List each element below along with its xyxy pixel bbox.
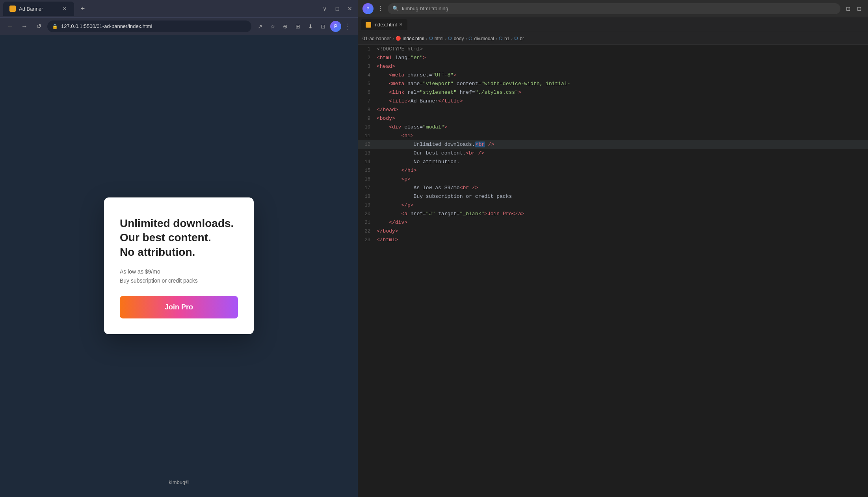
- download-icon[interactable]: ⬇: [305, 21, 316, 32]
- code-line-20[interactable]: 20 <a href="#" target="_blank">Join Pro<…: [358, 210, 868, 218]
- line-content-13: Our best content.<br />: [377, 149, 868, 157]
- line-number-4: 4: [358, 71, 377, 79]
- new-tab-button[interactable]: +: [77, 3, 88, 14]
- back-button[interactable]: ←: [5, 21, 16, 32]
- extensions-icon[interactable]: ⊕: [280, 21, 291, 32]
- line-number-12: 12: [358, 141, 377, 149]
- breadcrumb-sep-1: ›: [392, 36, 394, 41]
- line-number-2: 2: [358, 54, 377, 62]
- devtools-dots-icon[interactable]: ⋮: [377, 5, 384, 12]
- line-number-22: 22: [358, 227, 377, 235]
- share-icon[interactable]: ↗: [255, 21, 266, 32]
- tab-favicon: [9, 6, 16, 12]
- code-line-22[interactable]: 22</body>: [358, 227, 868, 236]
- code-line-6[interactable]: 6 <link rel="stylesheet" href="./styles.…: [358, 88, 868, 97]
- sidebar-icon[interactable]: ⊡: [318, 21, 329, 32]
- devtools-tab-close[interactable]: ✕: [399, 22, 403, 27]
- forward-button[interactable]: →: [19, 21, 30, 32]
- browser-menu-button[interactable]: ⋮: [343, 20, 353, 32]
- devtools-search-bar[interactable]: 🔍 kimbug-html-training: [388, 3, 840, 14]
- line-content-10: <div class="modal">: [377, 123, 868, 131]
- browser-content: Unlimited downloads. Our best content. N…: [0, 35, 358, 497]
- line-content-19: </p>: [377, 201, 868, 209]
- bookmark-icon[interactable]: ☆: [267, 21, 278, 32]
- code-line-4[interactable]: 4 <meta charset="UTF-8">: [358, 71, 868, 80]
- breadcrumb-project: 01-ad-banner: [362, 36, 391, 41]
- tab-menu-icon[interactable]: ⊞: [292, 21, 303, 32]
- address-bar[interactable]: 🔒 127.0.0.1:5500/01-ad-banner/index.html: [47, 20, 251, 32]
- code-line-2[interactable]: 2<html lang="en">: [358, 54, 868, 62]
- close-icon[interactable]: ✕: [345, 4, 355, 13]
- line-number-6: 6: [358, 89, 377, 97]
- line-content-14: No attribution.: [377, 158, 868, 166]
- breadcrumb-file-icon: 🔴: [396, 36, 401, 41]
- line-content-9: <body>: [377, 115, 868, 123]
- code-line-13[interactable]: 13 Our best content.<br />: [358, 149, 868, 158]
- line-number-7: 7: [358, 97, 377, 105]
- code-line-5[interactable]: 5 <meta name="viewport" content="width=d…: [358, 80, 868, 88]
- line-content-21: </div>: [377, 219, 868, 227]
- tab-title: Ad Banner: [19, 6, 43, 12]
- modal-card: Unlimited downloads. Our best content. N…: [104, 197, 254, 334]
- devtools-panel: P ⋮ 🔍 kimbug-html-training ⊡ ⊟ index.htm…: [358, 0, 868, 497]
- code-line-14[interactable]: 14 No attribution.: [358, 158, 868, 166]
- line-content-12: Unlimited downloads.<br />: [377, 141, 868, 149]
- code-line-23[interactable]: 23</html>: [358, 236, 868, 244]
- line-number-17: 17: [358, 184, 377, 192]
- code-line-18[interactable]: 18 Buy subscription or credit packs: [358, 192, 868, 201]
- line-number-13: 13: [358, 149, 377, 157]
- profile-avatar[interactable]: P: [330, 21, 341, 32]
- line-number-9: 9: [358, 115, 377, 123]
- line-content-6: <link rel="stylesheet" href="./styles.cs…: [377, 89, 868, 97]
- line-number-14: 14: [358, 158, 377, 166]
- line-content-22: </body>: [377, 227, 868, 235]
- modal-price-text: As low as $9/mo: [120, 268, 160, 275]
- line-number-16: 16: [358, 175, 377, 183]
- browser-nav-bar: ← → ↺ 🔒 127.0.0.1:5500/01-ad-banner/inde…: [0, 17, 358, 35]
- line-number-5: 5: [358, 80, 377, 88]
- line-number-3: 3: [358, 63, 377, 71]
- code-line-10[interactable]: 10 <div class="modal">: [358, 123, 868, 132]
- browser-title-bar: Ad Banner ✕ + ∨ □ ✕: [0, 0, 358, 17]
- line-number-20: 20: [358, 210, 377, 218]
- devtools-top-right: ⊡ ⊟: [844, 5, 863, 13]
- browser-tab-ad-banner[interactable]: Ad Banner ✕: [3, 2, 74, 16]
- line-content-18: Buy subscription or credit packs: [377, 193, 868, 201]
- code-editor: 1<!DOCTYPE html>2<html lang="en">3<head>…: [358, 45, 868, 497]
- code-line-15[interactable]: 15 </h1>: [358, 166, 868, 175]
- panel-right-icon[interactable]: ⊟: [855, 5, 863, 13]
- search-icon: 🔍: [392, 6, 399, 11]
- line-content-17: As low as $9/mo<br />: [377, 184, 868, 192]
- code-line-16[interactable]: 16 <p>: [358, 175, 868, 184]
- code-line-19[interactable]: 19 </p>: [358, 201, 868, 210]
- code-line-12[interactable]: 12 Unlimited downloads.<br />: [358, 140, 868, 149]
- code-line-17[interactable]: 17 As low as $9/mo<br />: [358, 184, 868, 192]
- devtools-tab-index-html[interactable]: index.html ✕: [361, 19, 407, 30]
- code-line-11[interactable]: 11 <h1>: [358, 132, 868, 140]
- line-content-3: <head>: [377, 63, 868, 71]
- code-line-3[interactable]: 3<head>: [358, 62, 868, 71]
- panel-left-icon[interactable]: ⊡: [844, 5, 852, 13]
- devtools-search-text: kimbug-html-training: [402, 6, 448, 11]
- tab-close-button[interactable]: ✕: [61, 6, 68, 12]
- devtools-avatar[interactable]: P: [362, 3, 374, 14]
- modal-heading: Unlimited downloads. Our best content. N…: [120, 216, 238, 259]
- devtools-tab-label: index.html: [374, 22, 397, 28]
- footer-text: kimbug©: [169, 479, 189, 485]
- line-content-2: <html lang="en">: [377, 54, 868, 62]
- minimize-icon[interactable]: ∨: [320, 4, 329, 13]
- code-line-1[interactable]: 1<!DOCTYPE html>: [358, 45, 868, 54]
- breadcrumb-sep-2: ›: [426, 36, 427, 41]
- refresh-button[interactable]: ↺: [33, 21, 44, 32]
- modal-subscription-text: Buy subscription or credit packs: [120, 277, 198, 284]
- code-line-7[interactable]: 7 <title>Ad Banner</title>: [358, 97, 868, 106]
- line-content-8: </head>: [377, 106, 868, 114]
- code-line-8[interactable]: 8</head>: [358, 106, 868, 114]
- line-number-18: 18: [358, 193, 377, 201]
- address-text: 127.0.0.1:5500/01-ad-banner/index.html: [61, 23, 152, 29]
- browser-panel: Ad Banner ✕ + ∨ □ ✕ ← → ↺ 🔒 127.0.0.1:55…: [0, 0, 358, 497]
- code-line-9[interactable]: 9<body>: [358, 114, 868, 123]
- restore-icon[interactable]: □: [333, 4, 342, 13]
- code-line-21[interactable]: 21 </div>: [358, 218, 868, 227]
- join-pro-button[interactable]: Join Pro: [120, 296, 238, 318]
